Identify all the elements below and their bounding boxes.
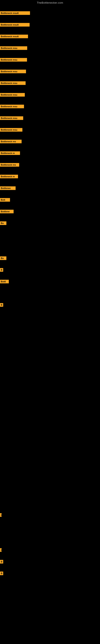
bar-row: Bottleneck resu [0,46,27,50]
bar-row: Bottleneck res [0,163,19,167]
bottleneck-bar-label: Bottleneck resu [0,70,26,73]
bar-row: Bottleneck resu [0,70,26,73]
bottleneck-bar-label: Bottlene [0,210,14,213]
bar-row: Bottleneck result [0,23,30,26]
bar-row: Bott [0,198,10,202]
bottleneck-bar-label: | [0,548,1,552]
bar-row: Bottleneck re [0,151,20,155]
bottleneck-bar-label: Bottleneck resu [0,46,27,50]
bottleneck-bar-label: Bottleneck res [0,163,19,167]
bottleneck-bar-label: Bottleneck result [0,11,30,15]
bar-row: Bottlene [0,210,14,213]
bottleneck-bar-label: Bottleneck resu [0,116,23,120]
bottleneck-bar-label: Bottleneck re [0,151,20,155]
bar-row: Bottleneck res [0,140,22,143]
bar-row: Bottleneck result [0,11,30,15]
bottleneck-bar-label: Bo [0,222,6,225]
bar-row: Bo [0,222,6,225]
bottleneck-bar-label: Bottleneck re [0,175,18,178]
bottleneck-bar-label: Bottleneck resu [0,81,26,85]
bottleneck-bar-label: B [0,560,3,564]
bottleneck-bar-label: Bottlenec [0,186,16,190]
bar-row: Bottleneck resu [0,128,22,132]
bottleneck-bar-label: Bottl [0,280,9,283]
bar-row: | [0,513,1,517]
bar-row: Bottleneck resu [0,81,26,85]
bar-row: B [0,303,3,307]
bar-row: Bottleneck resu [0,93,25,96]
bar-row: Bo [0,256,6,260]
bottleneck-bar-label: Bott [0,198,10,202]
bottleneck-bar-label: Bottleneck resu [0,105,24,108]
bottleneck-bar-label: Bottleneck res [0,140,22,143]
bar-row: B [0,560,3,564]
bottleneck-bar-label: Bottleneck resu [0,128,22,132]
bar-row: Bottlenec [0,186,16,190]
bottleneck-bar-label: B [0,572,3,575]
bar-row: | [0,548,1,552]
bar-row: B [0,572,3,575]
bottleneck-bar-label: Bo [0,256,6,260]
bottleneck-bar-label: Bottleneck resu [0,58,27,62]
bar-row: Bottleneck resu [0,105,24,108]
bottleneck-bar-label: Bottleneck result [0,23,30,26]
bottleneck-bar-label: | [0,513,1,517]
site-title: TheBottlenecker.com [0,0,100,5]
bottleneck-bar-label: B [0,268,3,272]
bar-row: Bottleneck re [0,175,18,178]
bottleneck-bar-label: B [0,303,3,307]
bar-row: Bottleneck resu [0,58,27,62]
bar-row: Bottl [0,280,9,283]
bottleneck-bar-label: Bottleneck result [0,34,28,38]
bar-row: Bottleneck result [0,34,28,38]
bottleneck-bar-label: Bottleneck resu [0,93,25,96]
bar-row: Bottleneck resu [0,116,23,120]
bar-row: B [0,268,3,272]
